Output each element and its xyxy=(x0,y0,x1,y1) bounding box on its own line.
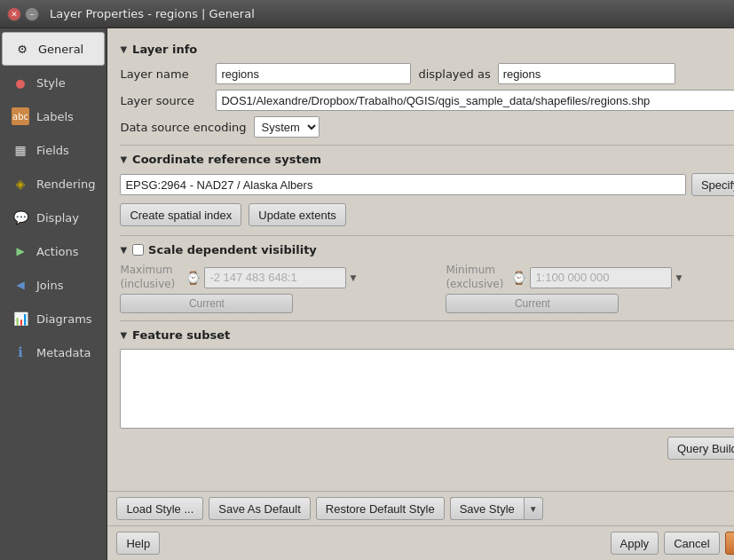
divider-1 xyxy=(120,145,734,146)
scale-max-input[interactable] xyxy=(204,267,346,288)
displayed-as-label: displayed as xyxy=(418,67,490,81)
layer-info-section-header: ▼ Layer info xyxy=(120,43,734,56)
actions-toolbar: Help Apply Cancel OK xyxy=(107,525,734,560)
sidebar-label-joins: Joins xyxy=(36,279,63,292)
sidebar-label-rendering: Rendering xyxy=(36,177,95,191)
scale-min-dropdown-icon[interactable]: ▼ xyxy=(675,273,682,282)
sidebar-item-joins[interactable]: ◀ Joins xyxy=(0,268,107,302)
scale-min-label: Minimum(exclusive) xyxy=(446,264,508,291)
sidebar-item-labels[interactable]: abc Labels xyxy=(0,99,107,133)
crs-input[interactable] xyxy=(120,174,685,195)
displayed-as-input[interactable] xyxy=(498,63,675,84)
metadata-icon: ℹ xyxy=(12,343,29,361)
layer-source-label: Layer source xyxy=(120,94,209,107)
feature-subset-label: Feature subset xyxy=(132,328,230,342)
divider-2 xyxy=(120,235,734,236)
scale-grid: Maximum(inclusive) ⌚ ▼ Current Minimum(e… xyxy=(120,264,734,313)
scale-max-dropdown-icon[interactable]: ▼ xyxy=(350,273,356,282)
layer-source-input[interactable] xyxy=(216,90,734,111)
dropdown-arrow-icon: ▼ xyxy=(529,504,538,514)
title-bar: ✕ – Layer Properties - regions | General xyxy=(0,0,734,28)
scale-visibility-label: Scale dependent visibility xyxy=(148,243,317,256)
scale-visibility-checkbox[interactable] xyxy=(132,244,144,256)
sidebar-label-labels: Labels xyxy=(36,110,74,123)
main-layout: ⚙ General ● Style abc Labels ▦ Fields ◈ … xyxy=(0,28,734,560)
ok-button[interactable]: OK xyxy=(725,532,734,555)
scale-min-header: Minimum(exclusive) ⌚ ▼ xyxy=(446,264,734,291)
style-toolbar: Load Style ... Save As Default Restore D… xyxy=(107,491,734,525)
feature-subset-textarea[interactable] xyxy=(120,349,734,429)
specify-button[interactable]: Specify... xyxy=(691,173,734,196)
display-icon: 💬 xyxy=(12,209,29,226)
diagrams-icon: 📊 xyxy=(12,310,29,327)
scale-min-current-button[interactable]: Current xyxy=(446,294,619,313)
minimize-icon: – xyxy=(30,10,35,19)
encoding-row: Data source encoding System xyxy=(120,116,734,138)
crs-label: Coordinate reference system xyxy=(132,153,321,166)
query-builder-button[interactable]: Query Builder xyxy=(667,437,734,460)
scale-section-header: ▼ Scale dependent visibility xyxy=(120,243,734,256)
layer-name-label: Layer name xyxy=(120,67,209,81)
sidebar: ⚙ General ● Style abc Labels ▦ Fields ◈ … xyxy=(0,28,107,560)
layer-name-input[interactable] xyxy=(216,63,411,84)
scale-visibility-checkbox-label[interactable]: Scale dependent visibility xyxy=(132,243,317,256)
sidebar-item-diagrams[interactable]: 📊 Diagrams xyxy=(0,302,107,335)
layer-info-label: Layer info xyxy=(132,43,197,56)
scale-max-current-button[interactable]: Current xyxy=(120,294,293,313)
spatial-btns: Create spatial index Update extents xyxy=(120,203,734,226)
save-style-dropdown-arrow[interactable]: ▼ xyxy=(524,497,543,520)
content-inner: ▼ Layer info Layer name displayed as Lay… xyxy=(107,28,734,491)
scale-max-header: Maximum(inclusive) ⌚ ▼ xyxy=(120,264,431,291)
scale-min-input[interactable] xyxy=(530,267,672,288)
load-style-button[interactable]: Load Style ... xyxy=(116,497,203,520)
close-button[interactable]: ✕ xyxy=(7,7,21,21)
minimize-button[interactable]: – xyxy=(25,7,39,21)
title-bar-buttons: ✕ – xyxy=(7,7,39,21)
sidebar-label-diagrams: Diagrams xyxy=(36,312,92,326)
labels-icon: abc xyxy=(12,107,29,125)
apply-button[interactable]: Apply xyxy=(611,532,659,555)
sidebar-label-display: Display xyxy=(36,211,79,225)
layer-name-row: Layer name displayed as xyxy=(120,63,734,84)
sidebar-label-actions: Actions xyxy=(36,245,79,258)
feature-subset-arrow[interactable]: ▼ xyxy=(120,330,127,340)
layer-info-arrow[interactable]: ▼ xyxy=(120,44,127,54)
divider-3 xyxy=(120,320,734,321)
sidebar-item-style[interactable]: ● Style xyxy=(0,66,107,99)
scale-max-label: Maximum(inclusive) xyxy=(120,264,182,291)
sidebar-label-fields: Fields xyxy=(36,144,69,157)
layer-source-row: Layer source xyxy=(120,90,734,111)
scale-min-icon: ⌚ xyxy=(511,271,526,285)
save-style-button[interactable]: Save Style xyxy=(450,497,524,520)
help-button[interactable]: Help xyxy=(116,532,160,555)
scale-arrow[interactable]: ▼ xyxy=(120,245,127,255)
joins-icon: ◀ xyxy=(12,276,29,294)
sidebar-item-rendering[interactable]: ◈ Rendering xyxy=(0,167,107,201)
sidebar-item-general[interactable]: ⚙ General xyxy=(2,32,105,66)
sidebar-item-metadata[interactable]: ℹ Metadata xyxy=(0,335,107,369)
encoding-label: Data source encoding xyxy=(120,121,246,134)
style-icon: ● xyxy=(12,74,29,91)
save-style-dropdown: Save Style ▼ xyxy=(450,497,543,520)
sidebar-item-actions[interactable]: ▶ Actions xyxy=(0,234,107,268)
general-icon: ⚙ xyxy=(13,40,31,58)
restore-default-style-button[interactable]: Restore Default Style xyxy=(316,497,445,520)
sidebar-item-display[interactable]: 💬 Display xyxy=(0,201,107,234)
fields-icon: ▦ xyxy=(12,141,29,159)
save-as-default-button[interactable]: Save As Default xyxy=(209,497,311,520)
sidebar-label-style: Style xyxy=(36,76,66,90)
content-area: ▼ Layer info Layer name displayed as Lay… xyxy=(107,28,734,560)
actions-icon: ▶ xyxy=(12,242,29,260)
crs-section-header: ▼ Coordinate reference system xyxy=(120,153,734,166)
sidebar-item-fields[interactable]: ▦ Fields xyxy=(0,133,107,167)
update-extents-button[interactable]: Update extents xyxy=(249,203,345,226)
rendering-icon: ◈ xyxy=(12,175,29,193)
scale-min-col: Minimum(exclusive) ⌚ ▼ Current xyxy=(446,264,734,313)
crs-arrow[interactable]: ▼ xyxy=(120,154,127,164)
create-spatial-index-button[interactable]: Create spatial index xyxy=(120,203,241,226)
scale-max-col: Maximum(inclusive) ⌚ ▼ Current xyxy=(120,264,431,313)
close-icon: ✕ xyxy=(11,10,18,19)
encoding-select[interactable]: System xyxy=(254,116,320,138)
sidebar-label-metadata: Metadata xyxy=(36,346,91,359)
cancel-button[interactable]: Cancel xyxy=(664,532,719,555)
